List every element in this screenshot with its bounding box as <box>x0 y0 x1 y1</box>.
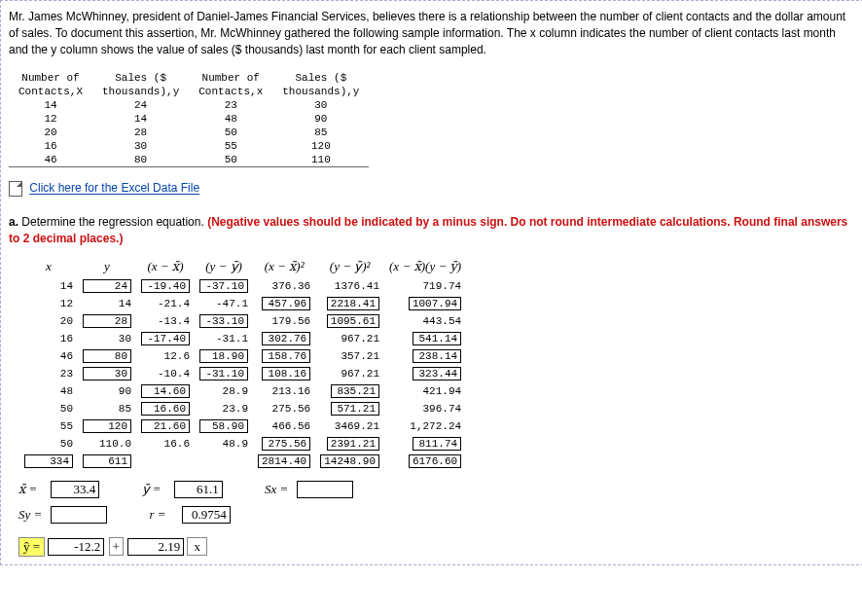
sample-data-table: Number ofSales ($Number ofSales ($ Conta… <box>9 71 369 167</box>
table-row: 5512021.6058.90466.563469.211,272.24 <box>20 418 465 434</box>
problem-intro: Mr. James McWhinney, president of Daniel… <box>9 9 855 57</box>
col-x: x <box>20 257 77 276</box>
col-yd2: (y − ȳ)² <box>316 257 383 276</box>
table-row: 1214-21.4-47.1457.962218.411007.94 <box>20 296 465 311</box>
col-xd: (x − x̄) <box>137 257 194 276</box>
excel-link-row: Click here for the Excel Data File <box>9 181 855 197</box>
file-icon <box>9 181 22 197</box>
col-xd2: (x − x̄)² <box>254 257 314 276</box>
plus-sign: + <box>109 537 124 556</box>
col-yd: (y − ȳ) <box>196 257 252 276</box>
ybar-input[interactable]: 61.1 <box>174 481 223 498</box>
question-a: a. Determine the regression equation. (N… <box>9 214 855 247</box>
calc-table: x y (x − x̄) (y − ȳ) (x − x̄)² (y − ȳ)² … <box>18 255 467 471</box>
sy-input[interactable] <box>51 506 107 524</box>
col-xy: (x − x̄)(y − ȳ) <box>385 257 465 276</box>
r-input[interactable]: 0.9754 <box>182 506 231 524</box>
table-row: 2330-10.4-31.10108.16967.21323.44 <box>20 366 465 381</box>
excel-data-link[interactable]: Click here for the Excel Data File <box>29 182 199 196</box>
totals-row: 334 611 2814.40 14248.90 6176.60 <box>20 453 465 469</box>
x-suffix: x <box>187 537 207 556</box>
slope-input[interactable]: 2.19 <box>127 538 184 556</box>
table-row: 1630-17.40-31.1302.76967.21541.14 <box>20 331 465 346</box>
table-row: 2028-13.4-33.10179.561095.61443.54 <box>20 313 465 329</box>
table-row: 50110.016.648.9275.562391.21811.74 <box>20 436 465 452</box>
sx-input[interactable] <box>297 481 353 498</box>
yhat-label: ŷ = <box>18 537 45 557</box>
table-row: 508516.6023.9275.56571.21396.74 <box>20 401 465 417</box>
table-row: 489014.6028.9213.16835.21421.94 <box>20 383 465 399</box>
xbar-input[interactable]: 33.4 <box>51 481 99 498</box>
table-row: 1424-19.40-37.10376.361376.41719.74 <box>20 278 465 294</box>
col-y: y <box>79 257 135 276</box>
intercept-input[interactable]: -12.2 <box>48 538 104 556</box>
table-row: 468012.618.90158.76357.21238.14 <box>20 348 465 364</box>
